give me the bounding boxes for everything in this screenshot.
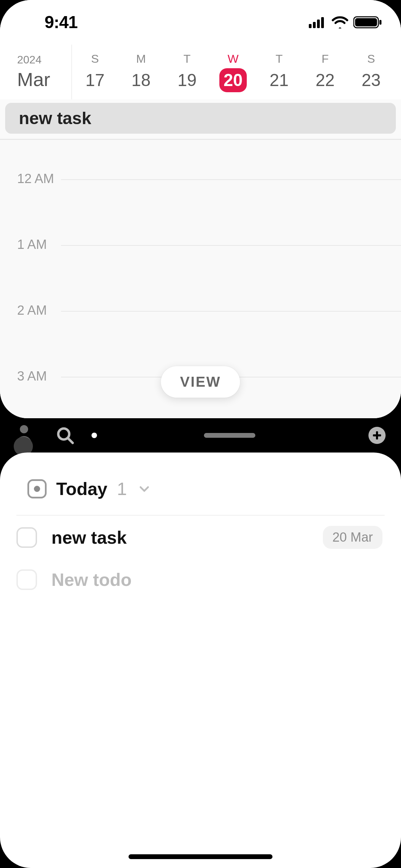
svg-rect-2 xyxy=(317,20,320,28)
list-count: 1 xyxy=(117,479,127,499)
svg-rect-0 xyxy=(309,24,312,28)
hour-line xyxy=(61,245,401,246)
month-label: Mar xyxy=(17,68,50,91)
day-col-18[interactable]: M18 xyxy=(118,45,164,99)
year-label: 2024 xyxy=(17,53,41,66)
day-number: 22 xyxy=(312,68,339,92)
day-letter: T xyxy=(183,52,191,65)
toolbar-drag-handle[interactable] xyxy=(106,433,353,438)
hour-row[interactable]: 1 AM xyxy=(0,206,401,272)
page-indicator xyxy=(82,433,106,438)
svg-rect-6 xyxy=(379,20,381,25)
new-todo-checkbox[interactable] xyxy=(16,569,37,590)
all-day-event[interactable]: new task xyxy=(5,103,396,134)
svg-rect-3 xyxy=(321,17,324,28)
day-col-22[interactable]: F22 xyxy=(302,45,348,99)
today-list-panel: Today 1 new task20 Mar New todo xyxy=(0,453,401,868)
add-button[interactable] xyxy=(353,418,401,453)
svg-rect-5 xyxy=(355,18,377,26)
task-date-badge: 20 Mar xyxy=(323,526,382,549)
day-letter: S xyxy=(91,52,99,65)
hour-line xyxy=(61,179,401,180)
status-bar: 9:41 xyxy=(0,0,401,45)
day-number: 20 xyxy=(219,68,247,92)
view-button[interactable]: VIEW xyxy=(161,366,240,398)
day-letter: M xyxy=(136,52,146,65)
event-title: new task xyxy=(19,108,91,128)
status-time: 9:41 xyxy=(45,12,77,32)
hour-label: 3 AM xyxy=(17,369,47,384)
app-toolbar xyxy=(0,418,401,453)
status-indicators xyxy=(309,16,382,29)
task-checkbox[interactable] xyxy=(16,527,37,548)
day-number: 17 xyxy=(81,68,109,92)
wifi-icon xyxy=(331,16,349,28)
plus-icon xyxy=(368,427,386,444)
task-label: new task xyxy=(51,527,323,548)
home-indicator[interactable] xyxy=(129,854,272,859)
day-col-21[interactable]: T21 xyxy=(256,45,302,99)
day-number: 21 xyxy=(265,68,293,92)
hour-label: 1 AM xyxy=(17,237,47,252)
day-letter: F xyxy=(321,52,329,65)
task-row[interactable]: new task20 Mar xyxy=(0,516,401,559)
list-header[interactable]: Today 1 xyxy=(0,453,401,506)
day-col-19[interactable]: T19 xyxy=(164,45,210,99)
search-button[interactable] xyxy=(48,418,82,453)
calendar-day-panel: 9:41 xyxy=(0,0,401,418)
list-app-icon xyxy=(27,479,47,498)
day-letter: T xyxy=(276,52,283,65)
hour-row[interactable]: 2 AM xyxy=(0,272,401,337)
svg-rect-1 xyxy=(313,22,316,28)
day-col-20[interactable]: W20 xyxy=(210,45,256,99)
hour-label: 12 AM xyxy=(17,171,54,186)
search-icon xyxy=(56,426,75,445)
day-col-17[interactable]: S17 xyxy=(72,45,118,99)
week-header: 2024 Mar S17M18T19W20T21F22S23 xyxy=(0,45,401,99)
cellular-icon xyxy=(309,16,327,28)
new-todo-row[interactable]: New todo xyxy=(0,559,401,600)
year-month-button[interactable]: 2024 Mar xyxy=(0,45,72,99)
new-todo-placeholder: New todo xyxy=(51,569,382,590)
svg-line-8 xyxy=(68,438,73,443)
day-number: 19 xyxy=(173,68,201,92)
day-letter: W xyxy=(228,52,239,65)
day-letter: S xyxy=(367,52,375,65)
hour-line xyxy=(61,311,401,312)
day-col-23[interactable]: S23 xyxy=(348,45,394,99)
chevron-down-icon xyxy=(138,482,151,495)
list-title: Today xyxy=(56,479,107,499)
hour-label: 2 AM xyxy=(17,303,47,318)
drag-pill-icon xyxy=(204,433,255,438)
profile-button[interactable] xyxy=(0,418,48,453)
battery-icon xyxy=(353,16,382,29)
days-row: S17M18T19W20T21F22S23 xyxy=(72,45,401,99)
day-number: 18 xyxy=(127,68,155,92)
day-number: 23 xyxy=(357,68,385,92)
hour-row[interactable]: 12 AM xyxy=(0,140,401,206)
